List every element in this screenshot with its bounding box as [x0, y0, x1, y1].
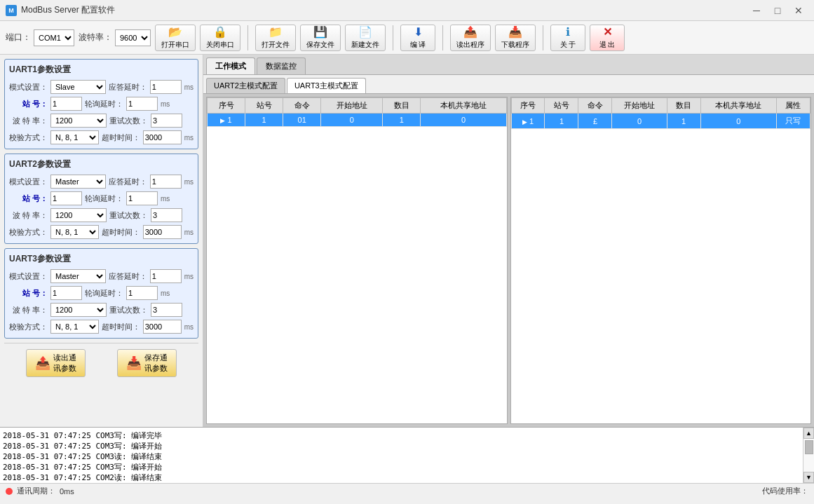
uart1-response-input[interactable] — [150, 80, 182, 94]
uart2-check-select[interactable]: N, 8, 1 — [50, 225, 99, 239]
minimize-button[interactable]: ─ — [747, 4, 766, 18]
uart3-response-label: 应答延时： — [109, 271, 147, 282]
app-title: ModBus Server 配置软件 — [21, 4, 115, 16]
right-panel: 工作模式 数据监控 UART2主模式配置 UART3主模式配置 序号 站号 命令… — [203, 55, 814, 427]
title-bar-left: M ModBus Server 配置软件 — [6, 4, 115, 16]
separator-1 — [247, 25, 248, 50]
compile-icon: ⬇ — [414, 25, 423, 39]
port-label: 端口： — [6, 32, 31, 43]
port-select[interactable]: COM1 — [34, 29, 74, 46]
uart2-timeout-input[interactable] — [143, 225, 182, 239]
open-file-icon: 📁 — [269, 25, 283, 39]
sub-tab-uart3[interactable]: UART3主模式配置 — [287, 78, 366, 93]
code-usage-label: 代码使用率： — [762, 486, 808, 496]
status-bar: 通讯周期： 0ms 代码使用率： — [0, 483, 814, 498]
uart3-poll-unit: ms — [161, 290, 170, 297]
uart3-response-input[interactable] — [150, 269, 182, 283]
uart3-mode-select[interactable]: Master — [50, 269, 106, 283]
download-program-button[interactable]: 📥 下载程序 — [495, 25, 536, 51]
uart3-response-unit: ms — [184, 273, 194, 280]
uart3-check-select[interactable]: N, 8, 1 — [50, 320, 99, 334]
table-row[interactable]: ▶ 1 1 01 0 1 0 — [208, 114, 507, 127]
read-program-button[interactable]: 📤 读出程序 — [450, 25, 491, 51]
save-params-button[interactable]: 📥 保存通 讯参数 — [117, 349, 177, 377]
main-layout: UART1参数设置 模式设置： Slave 应答延时： ms 站 号： 轮询延时… — [0, 55, 814, 427]
save-file-button[interactable]: 💾 保存文件 — [300, 25, 341, 51]
open-port-icon: 📂 — [168, 25, 182, 39]
uart1-poll-unit: ms — [161, 100, 170, 108]
uart2-poll-input[interactable] — [126, 191, 158, 205]
log-scroll-thumb[interactable] — [805, 440, 813, 454]
log-area: 2018-05-31 07:47:25 COM3写: 编译完毕2018-05-3… — [0, 427, 814, 483]
uart1-retry-input[interactable] — [151, 114, 182, 128]
save-file-icon: 💾 — [313, 25, 327, 39]
uart1-mode-select[interactable]: Slave — [50, 80, 106, 94]
open-file-label: 打开文件 — [262, 40, 290, 50]
close-port-label: 关闭串口 — [206, 40, 234, 50]
status-indicator — [6, 488, 13, 495]
tab-work-mode[interactable]: 工作模式 — [206, 57, 255, 74]
log-entry: 2018-05-31 07:47:25 COM2读: 编译结束 — [3, 472, 800, 483]
uart2-baud-select[interactable]: 1200 — [50, 208, 107, 222]
baud-select[interactable]: 9600 — [115, 29, 151, 46]
uart3-timeout-input[interactable] — [143, 320, 182, 334]
log-scroll-up-btn[interactable]: ▲ — [803, 428, 814, 439]
uart2-mode-select[interactable]: Master — [50, 175, 106, 189]
compile-button[interactable]: ⬇ 编 译 — [400, 25, 435, 51]
cycle-label: 通讯周期： — [17, 486, 55, 496]
uart3-station-input[interactable] — [50, 286, 82, 300]
table-row[interactable]: ▶ 1 1 £ 0 1 0 只写 — [511, 114, 810, 129]
uart3-baud-select[interactable]: 1200 — [50, 303, 107, 317]
sub-tab-bar: UART2主模式配置 UART3主模式配置 — [203, 75, 814, 94]
uart1-poll-input[interactable] — [126, 97, 158, 111]
uart1-title: UART1参数设置 — [9, 64, 194, 76]
open-port-button[interactable]: 📂 打开串口 — [155, 25, 196, 51]
log-entry: 2018-05-31 07:47:25 COM3读: 编译结束 — [3, 451, 800, 462]
uart3-station-label: 站 号： — [9, 288, 48, 299]
close-port-button[interactable]: 🔒 关闭串口 — [200, 25, 240, 51]
close-button[interactable]: ✕ — [789, 4, 808, 18]
uart2-response-input[interactable] — [150, 175, 182, 189]
tab-data-monitor[interactable]: 数据监控 — [257, 57, 306, 74]
read-params-button[interactable]: 📤 读出通 讯参数 — [26, 349, 86, 377]
left-col-start-addr: 开始地址 — [321, 98, 383, 114]
sub-tab-uart2[interactable]: UART2主模式配置 — [206, 78, 285, 93]
title-bar: M ModBus Server 配置软件 ─ □ ✕ — [0, 0, 814, 21]
exit-button[interactable]: ✕ 退 出 — [590, 25, 625, 51]
read-params-label: 读出通 讯参数 — [53, 353, 76, 374]
tables-area: 序号 站号 命令 开始地址 数目 本机共享地址 ▶ 1 1 01 0 1 0 — [203, 94, 814, 427]
maximize-button[interactable]: □ — [768, 4, 787, 18]
uart1-check-select[interactable]: N, 8, 1 — [50, 130, 99, 144]
uart2-station-input[interactable] — [50, 191, 82, 205]
right-col-attr: 属性 — [776, 98, 810, 114]
save-params-icon: 📥 — [126, 355, 142, 371]
new-file-button[interactable]: 📄 新建文件 — [345, 25, 386, 51]
log-entry: 2018-05-31 07:47:25 COM3写: 编译完毕 — [3, 430, 800, 441]
log-scroll-down-btn[interactable]: ▼ — [803, 472, 814, 483]
baud-group: 波特率： 9600 — [79, 29, 151, 46]
uart1-baud-select[interactable]: 1200 — [50, 114, 107, 128]
uart1-timeout-input[interactable] — [143, 130, 182, 144]
uart3-retry-label: 重试次数： — [109, 305, 148, 315]
exit-icon: ✕ — [603, 25, 612, 39]
log-entry: 2018-05-31 07:47:25 COM3写: 编译开始 — [3, 462, 800, 472]
left-col-station: 站号 — [245, 98, 283, 114]
right-col-count: 数目 — [667, 98, 700, 114]
uart1-station-input[interactable] — [50, 97, 82, 111]
uart1-poll-label: 轮询延时： — [85, 99, 123, 109]
about-button[interactable]: ℹ 关 于 — [550, 25, 585, 51]
uart3-mode-label: 模式设置： — [9, 271, 48, 282]
uart3-retry-input[interactable] — [151, 303, 182, 317]
uart2-title: UART2参数设置 — [9, 158, 194, 170]
exit-label: 退 出 — [599, 40, 616, 50]
separator-2 — [393, 25, 393, 50]
read-params-icon: 📤 — [35, 355, 50, 371]
uart1-response-label: 应答延时： — [109, 82, 147, 93]
left-panel: UART1参数设置 模式设置： Slave 应答延时： ms 站 号： 轮询延时… — [0, 55, 203, 427]
uart2-retry-input[interactable] — [151, 208, 182, 222]
open-file-button[interactable]: 📁 打开文件 — [255, 25, 296, 51]
about-label: 关 于 — [560, 40, 576, 50]
uart3-poll-input[interactable] — [126, 286, 158, 300]
uart3-poll-label: 轮询延时： — [85, 288, 123, 299]
uart2-response-label: 应答延时： — [109, 177, 147, 187]
